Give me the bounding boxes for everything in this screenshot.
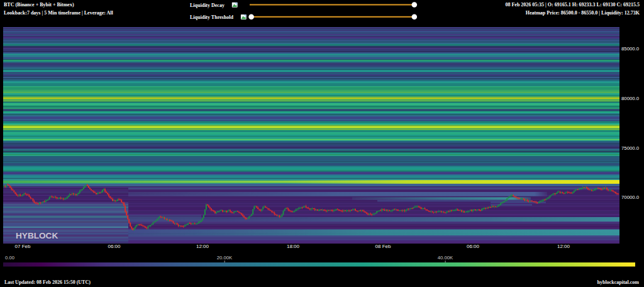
- svg-text:75000.0: 75000.0: [621, 145, 640, 151]
- svg-text:20.00K: 20.00K: [217, 255, 233, 261]
- svg-text:Liquidity Decay: Liquidity Decay: [190, 3, 225, 8]
- svg-text:Liquidity Threshold: Liquidity Threshold: [190, 14, 233, 20]
- svg-text:Heatmap Price: 86500.0 - 86550: Heatmap Price: 86500.0 - 86550.0 | Liqui…: [526, 10, 640, 16]
- svg-text:Lookback:7 days | 5 Min timefr: Lookback:7 days | 5 Min timeframe | Leve…: [4, 10, 114, 16]
- svg-text:40.00K: 40.00K: [438, 255, 453, 261]
- svg-text:08 Feb 2026 05:35 | O: 69165.1: 08 Feb 2026 05:35 | O: 69165.1 H: 69233.…: [505, 2, 640, 8]
- svg-text:BTC (Binance + Bybit + Bitmex): BTC (Binance + Bybit + Bitmex): [4, 2, 74, 8]
- svg-text:Last Updated: 08 Feb 2026 15:5: Last Updated: 08 Feb 2026 15:50 (UTC): [4, 279, 91, 285]
- svg-text:08 Feb: 08 Feb: [375, 244, 391, 249]
- svg-text:hyblockcapital.com: hyblockcapital.com: [597, 279, 640, 285]
- svg-text:12:00: 12:00: [557, 244, 570, 249]
- svg-text:06:00: 06:00: [108, 244, 121, 249]
- svg-text:18:00: 18:00: [287, 244, 300, 249]
- svg-text:80000.0: 80000.0: [621, 96, 640, 101]
- svg-text:70000.0: 70000.0: [621, 194, 640, 200]
- svg-text:12:00: 12:00: [196, 244, 209, 249]
- svg-text:07 Feb: 07 Feb: [15, 244, 31, 249]
- svg-text:85000.0: 85000.0: [621, 46, 640, 52]
- svg-text:HYBLOCK: HYBLOCK: [16, 231, 58, 240]
- svg-text:06:00: 06:00: [467, 244, 480, 249]
- svg-text:0.00: 0.00: [5, 255, 14, 261]
